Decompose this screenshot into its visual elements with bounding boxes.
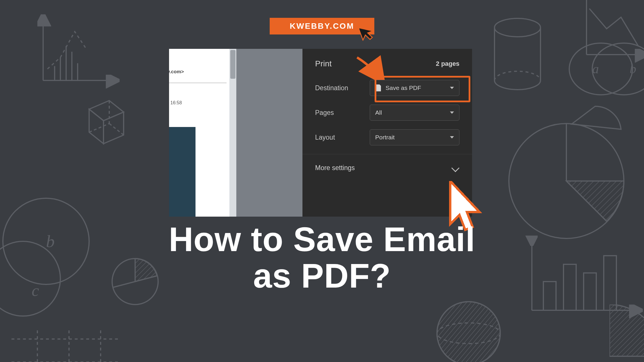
doodle-bar-chart-icon [34, 14, 121, 89]
chevron-down-icon [450, 87, 454, 89]
preview-divider [169, 83, 227, 83]
more-settings-toggle[interactable]: More settings [315, 154, 459, 172]
cursor-pointer-icon [359, 24, 377, 41]
dialog-title: Print [315, 59, 332, 68]
chevron-down-icon [450, 111, 454, 114]
svg-line-11 [89, 124, 109, 132]
svg-point-45 [437, 323, 500, 344]
brand-badge: KWEBBY.COM [270, 18, 374, 34]
dialog-header: Print 2 pages [315, 59, 459, 68]
doodle-venn2-icon: a b [564, 34, 644, 103]
svg-line-12 [109, 124, 124, 135]
print-settings-panel: Print 2 pages Destination Save as PDF Pa… [302, 49, 472, 217]
document-icon [375, 84, 381, 91]
pages-label: Pages [315, 109, 370, 117]
doodle-big-pie-icon [500, 103, 638, 241]
pages-value: All [375, 109, 382, 116]
preview-body-block [169, 127, 195, 217]
svg-marker-9 [103, 112, 124, 144]
row-destination: Destination Save as PDF [315, 80, 459, 96]
destination-select[interactable]: Save as PDF [370, 80, 459, 96]
hero-title-text: How to Save Email as PDF? [169, 220, 475, 295]
preview-email-text: aman@kwebby.com> [169, 69, 229, 75]
hero-title: How to Save Email as PDF? [0, 221, 644, 294]
doodle-grid-icon [12, 330, 121, 362]
svg-line-35 [566, 181, 607, 221]
svg-point-43 [437, 302, 500, 362]
preview-gutter [236, 49, 302, 217]
preview-scroll-thumb[interactable] [230, 50, 235, 79]
svg-marker-8 [89, 109, 103, 144]
svg-text:b: b [630, 61, 636, 76]
svg-point-28 [592, 43, 644, 95]
more-settings-label: More settings [315, 164, 355, 172]
print-preview-page: aman@kwebby.com> ovember 2023 at 16:58 [169, 49, 229, 217]
svg-marker-7 [89, 101, 124, 121]
preview-scrollbar[interactable] [229, 49, 236, 217]
doodle-line-chart-icon [581, 0, 644, 63]
pages-select[interactable]: All [370, 105, 459, 121]
svg-point-44 [437, 302, 500, 362]
layout-select[interactable]: Portrait [370, 129, 459, 145]
destination-label: Destination [315, 84, 370, 92]
brand-badge-label: KWEBBY.COM [290, 22, 354, 31]
print-preview-area: aman@kwebby.com> ovember 2023 at 16:58 [169, 49, 302, 217]
row-layout: Layout Portrait [315, 129, 459, 145]
doodle-circle-slice-icon [610, 305, 644, 362]
svg-point-27 [569, 43, 632, 95]
chevron-down-icon [451, 164, 459, 172]
row-pages: Pages All [315, 105, 459, 121]
doodle-sphere-icon [431, 296, 506, 362]
svg-text:a: a [592, 61, 599, 76]
chevron-down-icon [450, 136, 454, 138]
destination-value: Save as PDF [386, 84, 421, 91]
layout-value: Portrait [375, 134, 395, 141]
doodle-cube-icon [75, 92, 129, 147]
page-count: 2 pages [436, 60, 459, 68]
layout-label: Layout [315, 134, 370, 141]
svg-point-24 [494, 18, 540, 37]
preview-date-text: ovember 2023 at 16:58 [169, 100, 229, 105]
doodle-cylinder-icon [489, 14, 546, 101]
print-dialog-screenshot: aman@kwebby.com> ovember 2023 at 16:58 P… [169, 49, 472, 217]
